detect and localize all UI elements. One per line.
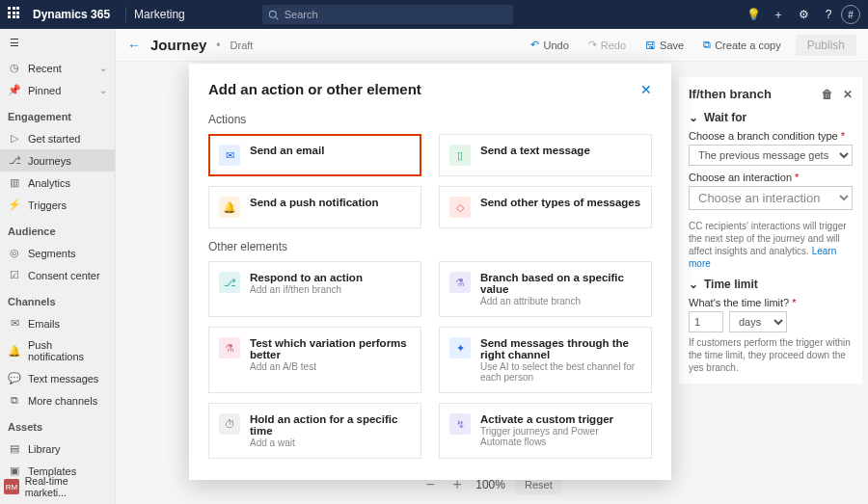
interaction-select[interactable]: Choose an interaction (689, 186, 853, 210)
nav-emails[interactable]: ✉Emails (0, 312, 115, 334)
library-icon: ▤ (8, 442, 21, 455)
nav-text[interactable]: 💬Text messages (0, 367, 115, 389)
timelimit-value[interactable] (689, 311, 723, 332)
help-text-2: If customers perform the trigger within … (689, 336, 853, 374)
attribute-icon: ⚗ (449, 272, 471, 293)
properties-panel: If/then branch 🗑 ✕ ⌄Wait for Choose a br… (679, 77, 862, 384)
mail-icon: ✉ (8, 317, 21, 330)
area-switcher[interactable]: RM Real-time marketi... (4, 475, 111, 498)
more-icon: ⧉ (8, 394, 21, 407)
undo-button[interactable]: ↶Undo (526, 36, 573, 54)
nav-analytics[interactable]: ▥Analytics (0, 172, 115, 194)
element-branch-value[interactable]: ⚗ Branch based on a specific valueAdd an… (439, 261, 652, 317)
app-launcher-icon[interactable] (8, 7, 23, 22)
publish-button[interactable]: Publish (796, 35, 856, 56)
back-icon[interactable]: ← (127, 38, 141, 53)
nav-segments[interactable]: ◎Segments (0, 242, 115, 264)
element-hold[interactable]: ⏱ Hold an action for a specific timeAdd … (208, 403, 421, 459)
copy-button[interactable]: ⧉Create a copy (698, 36, 785, 54)
modal-title: Add an action or other element (208, 81, 421, 97)
element-ab-test[interactable]: ⚗ Test which variation performs betterAd… (208, 327, 421, 393)
analytics-icon: ▥ (8, 176, 21, 189)
area-label: Real-time marketi... (25, 475, 111, 498)
action-send-text[interactable]: ▯ Send a text message (439, 134, 652, 176)
add-action-modal: Add an action or other element ✕ Actions… (189, 64, 671, 480)
copy-icon: ⧉ (703, 39, 711, 51)
nav-library[interactable]: ▤Library (0, 438, 115, 460)
close-panel-icon[interactable]: ✕ (843, 88, 853, 101)
global-search[interactable]: Search (262, 5, 513, 24)
lightbulb-icon[interactable]: 💡 (741, 8, 766, 21)
app-name: Dynamics 365 (33, 8, 110, 21)
chevron-down-icon: ⌄ (99, 85, 107, 95)
section-audience: Audience (0, 216, 115, 242)
redo-button[interactable]: ↷Redo (583, 36, 631, 54)
redo-icon: ↷ (588, 39, 597, 51)
bell-icon: 🔔 (8, 345, 21, 358)
timelimit-unit[interactable]: days (729, 311, 787, 332)
page-title: Journey (150, 37, 206, 53)
global-top-bar: Dynamics 365 Marketing Search 💡 ＋ ⚙ ? # (0, 0, 868, 29)
waitfor-accordion[interactable]: ⌄Wait for (689, 111, 853, 124)
element-right-channel[interactable]: ✦ Send messages through the right channe… (439, 327, 652, 393)
delete-icon[interactable]: 🗑 (822, 88, 833, 101)
search-icon (268, 10, 279, 20)
action-send-other[interactable]: ◇ Send other types of messages (439, 186, 652, 228)
command-bar: ← Journey • Draft ↶Undo ↷Redo 🖫Save ⧉Cre… (116, 29, 868, 62)
pin-icon: 📌 (8, 84, 21, 96)
nav-push[interactable]: 🔔Push notifications (0, 334, 115, 367)
help-icon[interactable]: ? (816, 8, 841, 21)
section-assets: Assets (0, 411, 115, 438)
bell-icon: 🔔 (219, 197, 240, 218)
area-badge: RM (4, 479, 19, 494)
avatar[interactable]: # (841, 5, 860, 24)
condition-type-select[interactable]: The previous message gets an interacti..… (689, 145, 853, 166)
separator (125, 7, 126, 22)
chevron-down-icon: ⌄ (689, 111, 698, 124)
timelimit-accordion[interactable]: ⌄Time limit (689, 278, 853, 291)
segments-icon: ◎ (8, 247, 21, 259)
add-icon[interactable]: ＋ (766, 7, 791, 23)
ai-channel-icon: ✦ (449, 337, 471, 358)
search-placeholder: Search (285, 9, 318, 20)
nav-more-channels[interactable]: ⧉More channels (0, 389, 115, 411)
close-icon[interactable]: ✕ (640, 82, 652, 97)
send-icon: ◇ (449, 197, 471, 218)
hamburger-icon[interactable]: ☰ (0, 29, 115, 57)
svg-point-0 (269, 11, 276, 17)
svg-line-1 (275, 16, 278, 19)
nav-consent[interactable]: ☑Consent center (0, 264, 115, 286)
save-icon: 🖫 (645, 40, 656, 51)
nav-triggers[interactable]: ⚡Triggers (0, 194, 115, 216)
section-engagement: Engagement (0, 101, 115, 127)
chevron-down-icon: ⌄ (99, 63, 107, 73)
consent-icon: ☑ (8, 269, 21, 281)
inter-label: Choose an interaction * (689, 172, 853, 183)
action-send-email[interactable]: ✉ Send an email (208, 134, 421, 176)
chevron-down-icon: ⌄ (689, 278, 698, 291)
nav-get-started[interactable]: ▷Get started (0, 127, 115, 149)
cond-label: Choose a branch condition type * (689, 130, 853, 142)
actions-heading: Actions (208, 113, 652, 126)
settings-icon[interactable]: ⚙ (791, 8, 816, 21)
trigger-icon: ↯ (449, 413, 471, 435)
action-send-push[interactable]: 🔔 Send a push notification (208, 186, 421, 228)
other-heading: Other elements (208, 240, 652, 253)
trigger-icon: ⚡ (8, 199, 21, 211)
status-label: Draft (231, 40, 254, 51)
chat-icon: 💬 (8, 372, 21, 385)
branch-icon: ⎇ (219, 272, 240, 293)
zoom-level: 100% (475, 478, 505, 491)
flask-icon: ⚗ (219, 337, 240, 358)
app-area: Marketing (134, 8, 185, 21)
element-custom-trigger[interactable]: ↯ Activate a custom triggerTrigger journ… (439, 403, 652, 459)
journey-icon: ⎇ (8, 154, 21, 167)
play-icon: ▷ (8, 132, 21, 145)
left-nav: ☰ ◷Recent⌄ 📌Pinned⌄ Engagement ▷Get star… (0, 29, 116, 504)
undo-icon: ↶ (530, 39, 539, 51)
element-respond[interactable]: ⎇ Respond to an actionAdd an if/then bra… (208, 261, 421, 317)
nav-journeys[interactable]: ⎇Journeys (0, 149, 115, 172)
nav-pinned[interactable]: 📌Pinned⌄ (0, 79, 115, 101)
save-button[interactable]: 🖫Save (640, 37, 689, 54)
nav-recent[interactable]: ◷Recent⌄ (0, 57, 115, 79)
